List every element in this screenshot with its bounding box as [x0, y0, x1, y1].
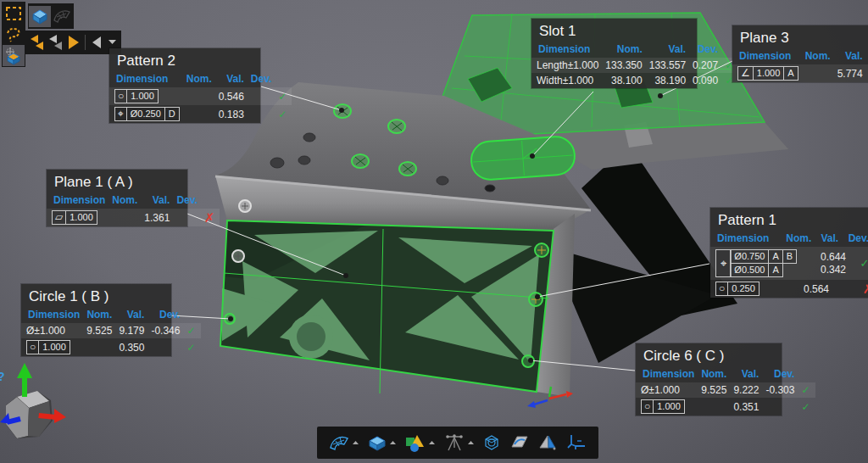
gdt-frame-circularity: ○1.000 — [26, 340, 70, 354]
callout-title: Pattern 2 — [109, 48, 260, 72]
callout-header-row: DimensionNom.Val.Dev. — [710, 232, 868, 247]
status-fail-icon: ✗ — [858, 280, 868, 298]
rectangle-select-icon — [5, 6, 22, 21]
callout-header-row: DimensionNom.Val.Dev. — [636, 367, 815, 382]
bounding-box-button[interactable] — [481, 432, 502, 453]
measurement-row: ○1.000 0.546 ✓ — [109, 87, 292, 105]
callout-header-row: DimensionNom.Val.Dev. — [109, 72, 292, 87]
clipped-help-glyph: ? — [0, 370, 5, 383]
previous-step-button[interactable] — [46, 32, 64, 53]
callout-pattern-2[interactable]: Pattern 2 DimensionNom.Val.Dev. ○1.000 0… — [109, 48, 260, 123]
status-pass-icon: ✓ — [183, 338, 200, 356]
measurement-row: Width±1.000 38.10038.1900.090 ✓ — [531, 73, 738, 88]
wireframe-mesh-icon — [53, 7, 71, 25]
mirror-plane-icon — [537, 432, 558, 453]
circularity-symbol-icon: ○ — [114, 89, 127, 103]
coordinate-axes-button[interactable] — [565, 432, 587, 453]
callout-title: Slot 1 — [531, 19, 697, 42]
mirror-plane-button[interactable] — [537, 432, 558, 453]
shaded-object-button[interactable] — [29, 6, 51, 27]
measurement-row: Ø±1.000 9.5259.179-0.346 ✓ — [21, 323, 201, 338]
selection-toolbar — [2, 2, 25, 67]
rectangle-select-button[interactable] — [3, 3, 25, 24]
angularity-symbol-icon: ∠ — [737, 66, 754, 81]
menu-caret-icon — [468, 440, 475, 445]
circularity-symbol-icon: ○ — [641, 399, 654, 414]
front-measured-face — [220, 200, 573, 408]
device-position-button[interactable] — [443, 432, 475, 453]
play-icon — [67, 35, 81, 50]
bounding-box-icon — [481, 432, 502, 453]
callout-title: Circle 1 ( B ) — [21, 284, 171, 308]
pick-element-button[interactable] — [3, 45, 25, 66]
primitives-display-icon — [404, 432, 426, 453]
status-pass-icon: ✓ — [275, 87, 292, 105]
callout-header-row: DimensionNom.Val.Dev. — [732, 49, 868, 64]
callout-header-row: DimensionNom.Val.Dev. — [531, 42, 738, 58]
status-pass-icon: ✓ — [798, 382, 815, 398]
previous-step-icon — [47, 34, 64, 51]
menu-caret-icon — [353, 440, 359, 445]
menu-caret-icon — [429, 440, 436, 445]
measurement-row: ○1.000 0.350 ✓ — [21, 338, 201, 356]
composite-value-1: 0.644 — [821, 251, 846, 264]
callout-slot-1[interactable]: Slot 1 DimensionNom.Val.Dev. Length±1.00… — [531, 19, 697, 88]
circularity-symbol-icon: ○ — [715, 282, 728, 296]
view-orientation-cube[interactable] — [0, 363, 66, 438]
display-options-toolbar — [317, 427, 598, 459]
flatness-symbol-icon: ▱ — [52, 210, 66, 225]
step-back-button[interactable] — [87, 32, 106, 53]
status-pass-icon: ✓ — [858, 257, 868, 270]
measurement-row: Length±1.000 133.350133.5570.207 ✓ — [531, 58, 738, 73]
callout-pattern-1[interactable]: Pattern 1 DimensionNom.Val.Dev. ⌖ Ø0.750… — [710, 208, 868, 298]
gdt-frame-position: ⌖Ø0.250D — [114, 107, 180, 121]
composite-value-2: 0.342 — [821, 264, 846, 276]
circularity-symbol-icon: ○ — [26, 340, 39, 354]
callout-title: Circle 6 ( C ) — [636, 343, 782, 367]
gdt-frame-circularity: ○1.000 — [114, 89, 159, 103]
callout-plane-1[interactable]: Plane 1 ( A ) DimensionNom.Val.Dev. ▱1.0… — [47, 170, 187, 226]
previous-piece-button[interactable] — [27, 32, 46, 53]
callout-circle-1[interactable]: Circle 1 ( B ) DimensionNom.Val.Dev. Ø±1… — [21, 284, 171, 356]
shaded-object-icon — [31, 7, 49, 25]
step-back-icon — [91, 36, 103, 49]
cube-y-axis-arrow — [17, 363, 32, 397]
object-display-icon — [367, 432, 387, 453]
mesh-display-button[interactable] — [328, 432, 359, 453]
measurement-row: ○1.000 0.351 ✓ — [636, 398, 815, 416]
measurement-row: ⌖Ø0.250D 0.183 ✓ — [109, 105, 292, 123]
pick-element-icon — [4, 47, 23, 65]
wireframe-mesh-button[interactable] — [51, 6, 73, 27]
primitives-display-button[interactable] — [404, 432, 436, 453]
display-mode-toolbar — [28, 3, 74, 29]
callout-plane-3[interactable]: Plane 3 DimensionNom.Val.Dev. ∠1.000A 5.… — [732, 25, 868, 82]
gdt-frame-composite-position: ⌖ Ø0.750AB Ø0.500A — [715, 249, 797, 277]
callout-circle-6[interactable]: Circle 6 ( C ) DimensionNom.Val.Dev. Ø±1… — [636, 343, 782, 416]
previous-piece-icon — [28, 34, 45, 51]
toolbar-separator — [85, 35, 86, 50]
menu-caret-icon — [390, 440, 397, 445]
clipping-plane-icon — [509, 432, 530, 453]
coordinate-axes-icon — [565, 432, 587, 453]
measurement-row: ▱1.000 1.361 ✗ — [47, 209, 220, 226]
more-options-caret-icon — [108, 40, 117, 45]
measurement-row-composite: ⌖ Ø0.750AB Ø0.500A 0.644 0.342 ✓ — [710, 247, 868, 280]
clipping-plane-button[interactable] — [509, 432, 530, 453]
gdt-frame-circularity: ○0.250 — [715, 282, 760, 296]
gdt-frame-angularity: ∠1.000A — [737, 66, 798, 81]
object-display-button[interactable] — [367, 432, 397, 453]
gdt-frame-circularity: ○1.000 — [641, 399, 685, 414]
callout-header-row: DimensionNom.Val.Dev. — [47, 193, 220, 209]
status-pass-icon: ✓ — [798, 398, 815, 416]
measured-slot — [470, 136, 576, 181]
status-fail-icon: ✗ — [201, 209, 220, 226]
play-button[interactable] — [64, 32, 83, 53]
callout-title: Plane 1 ( A ) — [47, 170, 187, 193]
mesh-display-icon — [328, 432, 350, 453]
lasso-select-button[interactable] — [3, 24, 25, 45]
metrology-3d-viewport: { "help_glyph": "?", "headers": { "dimen… — [0, 0, 868, 463]
measurement-row: ∠1.000A 5.774 — [732, 64, 868, 82]
position-symbol-icon: ⌖ — [114, 107, 127, 121]
lasso-select-icon — [5, 26, 22, 43]
sequence-navigation-toolbar — [25, 31, 121, 54]
